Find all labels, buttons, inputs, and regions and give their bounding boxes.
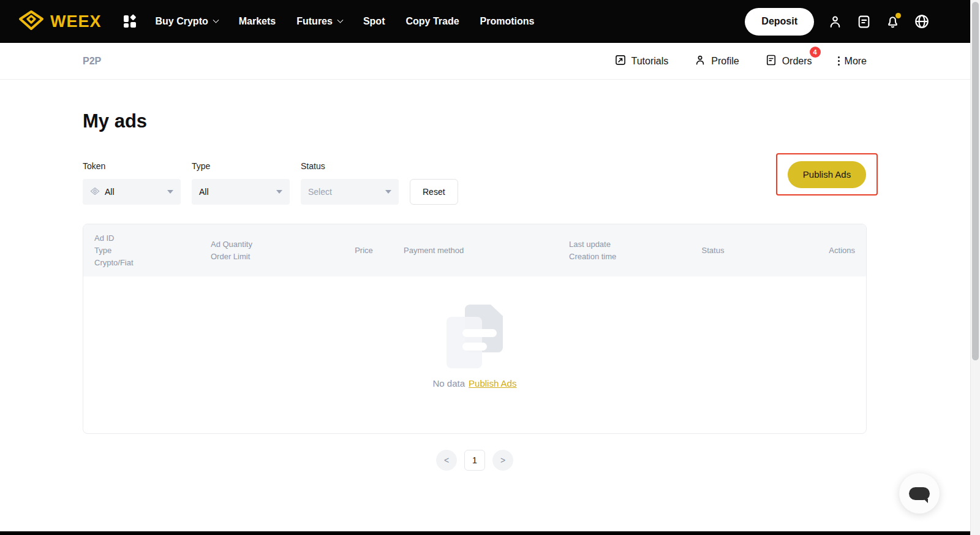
chevron-down-icon — [213, 17, 219, 23]
breadcrumb[interactable]: P2P — [83, 56, 101, 67]
caret-down-icon — [167, 190, 173, 194]
col-price: Price — [324, 245, 404, 257]
chevron-down-icon — [337, 17, 343, 23]
more-dots-icon — [838, 56, 840, 66]
col-ad-quantity: Ad Quantity Order Limit — [211, 238, 324, 263]
prev-page-button[interactable]: < — [436, 450, 457, 471]
col-actions: Actions — [734, 245, 855, 257]
no-data-label: No data — [433, 378, 466, 389]
col-last-update: Last update Creation time — [569, 238, 692, 263]
empty-state-text: No dataPublish Ads — [433, 378, 517, 389]
publish-ads-button[interactable]: Publish Ads — [788, 161, 866, 188]
col-payment-method: Payment method — [404, 245, 569, 257]
weex-logo-icon — [18, 10, 44, 33]
pagination: < 1 > — [83, 450, 867, 471]
profile-link[interactable]: Profile — [694, 54, 739, 69]
type-filter-label: Type — [192, 161, 290, 171]
support-chat-button[interactable] — [899, 473, 940, 514]
orders-link[interactable]: Orders 4 — [765, 54, 812, 69]
token-filter-select[interactable]: All — [83, 179, 181, 205]
token-filter-value: All — [105, 187, 115, 197]
status-filter-group: Status Select — [301, 161, 399, 205]
type-filter-select[interactable]: All — [192, 179, 290, 205]
menu-copy-trade[interactable]: Copy Trade — [405, 16, 459, 27]
page-scrollbar[interactable] — [970, 0, 980, 535]
no-data-documents-icon — [447, 305, 503, 368]
empty-state: No dataPublish Ads — [83, 305, 866, 389]
more-menu[interactable]: More — [838, 56, 867, 67]
top-navbar: WEEX Buy Crypto Markets Futures Spot Cop… — [0, 0, 970, 43]
caret-down-icon — [276, 190, 282, 194]
page-title: My ads — [83, 110, 147, 132]
deposit-button[interactable]: Deposit — [745, 8, 814, 36]
orders-badge: 4 — [810, 47, 821, 58]
col-status: Status — [692, 245, 734, 257]
type-filter-value: All — [199, 187, 209, 197]
p2p-subnav: P2P Tutorials Profile — [0, 43, 970, 80]
caret-down-icon — [385, 190, 391, 194]
type-filter-group: Type All — [192, 161, 290, 205]
profile-icon — [694, 54, 706, 69]
user-profile-icon[interactable] — [827, 14, 843, 29]
topnav-right-group: Deposit — [745, 8, 930, 36]
menu-markets[interactable]: Markets — [239, 16, 276, 27]
weex-logo[interactable]: WEEX — [18, 10, 102, 33]
status-filter-label: Status — [301, 161, 399, 171]
status-filter-select[interactable]: Select — [301, 179, 399, 205]
main-menu: Buy Crypto Markets Futures Spot Copy Tra… — [156, 16, 535, 27]
chat-bubble-icon — [909, 487, 930, 500]
token-diamond-icon — [90, 187, 100, 197]
tutorials-link[interactable]: Tutorials — [614, 54, 669, 69]
reset-button[interactable]: Reset — [410, 179, 458, 205]
filters-bar: Token All Type All Status Select Reset — [83, 161, 458, 205]
col-ad-id: Ad ID Type Crypto/Fiat — [94, 232, 211, 269]
status-filter-placeholder: Select — [308, 187, 332, 197]
orders-icon — [765, 54, 777, 69]
menu-buy-crypto[interactable]: Buy Crypto — [156, 16, 218, 27]
ads-table: Ad ID Type Crypto/Fiat Ad Quantity Order… — [83, 224, 867, 434]
apps-grid-icon[interactable] — [123, 14, 137, 29]
tutorials-icon — [614, 54, 627, 69]
token-filter-group: Token All — [83, 161, 181, 205]
ads-table-body: No dataPublish Ads — [83, 276, 866, 434]
page-number[interactable]: 1 — [464, 450, 485, 471]
scrollbar-thumb[interactable] — [972, 2, 979, 360]
language-globe-icon[interactable] — [914, 13, 930, 29]
publish-ads-link[interactable]: Publish Ads — [469, 378, 516, 389]
footer-edge — [0, 531, 970, 535]
menu-promotions[interactable]: Promotions — [480, 16, 535, 27]
weex-logo-text: WEEX — [50, 12, 102, 31]
token-filter-label: Token — [83, 161, 181, 171]
menu-spot[interactable]: Spot — [363, 16, 385, 27]
publish-ads-highlight-box: Publish Ads — [776, 153, 878, 195]
subnav-right-group: Tutorials Profile Orders 4 — [614, 54, 867, 69]
notification-dot — [895, 13, 901, 18]
messages-icon[interactable] — [856, 14, 872, 29]
notifications-bell-icon[interactable] — [885, 14, 900, 29]
next-page-button[interactable]: > — [492, 450, 513, 471]
ads-table-header: Ad ID Type Crypto/Fiat Ad Quantity Order… — [83, 224, 866, 276]
menu-futures[interactable]: Futures — [296, 16, 342, 27]
